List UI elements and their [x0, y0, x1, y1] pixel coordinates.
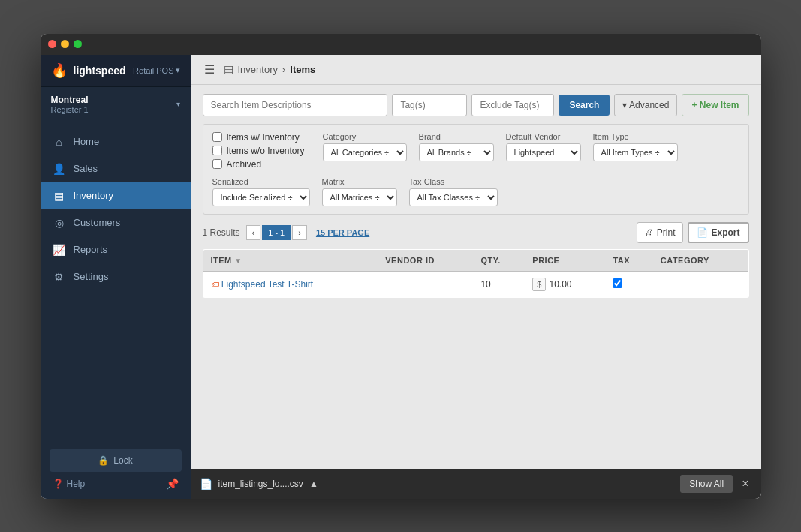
- help-link[interactable]: ❓ Help: [53, 479, 86, 489]
- tax-class-label: Tax Class: [409, 177, 498, 186]
- matrix-select[interactable]: All Matrices ÷: [322, 188, 397, 206]
- sidebar-item-settings[interactable]: ⚙ Settings: [41, 263, 191, 290]
- sidebar-item-reports-label: Reports: [74, 244, 108, 255]
- col-tax: TAX: [605, 249, 652, 271]
- bottom-bar-close-button[interactable]: ×: [739, 476, 751, 492]
- maximize-dot[interactable]: [74, 40, 82, 48]
- item-type-select[interactable]: All Item Types ÷: [593, 143, 678, 161]
- sidebar-item-inventory[interactable]: ▤ Inventory: [41, 182, 191, 209]
- hamburger-icon[interactable]: ☰: [201, 61, 218, 78]
- filters-bottom: Serialized Include Serialized ÷ Matrix A…: [212, 177, 739, 206]
- item-name-cell: 🏷 Lightspeed Test T-Shirt: [203, 271, 378, 297]
- default-vendor-filter: Default Vendor Lightspeed: [506, 132, 581, 170]
- sidebar-item-sales[interactable]: 👤 Sales: [41, 155, 191, 182]
- new-item-button[interactable]: + New Item: [682, 94, 748, 116]
- close-dot[interactable]: [48, 40, 56, 48]
- sidebar-item-settings-label: Settings: [74, 271, 109, 282]
- exclude-tag-input[interactable]: [471, 94, 554, 116]
- sidebar-item-home-label: Home: [74, 136, 100, 147]
- window-chrome: [41, 34, 761, 55]
- pin-icon[interactable]: 📌: [166, 478, 179, 490]
- col-vendor-id: VENDOR ID: [378, 249, 473, 271]
- help-icon: ❓: [53, 479, 64, 489]
- item-name-link[interactable]: Lightspeed Test T-Shirt: [221, 279, 313, 290]
- advanced-button[interactable]: ▾ Advanced: [614, 94, 677, 116]
- filters-top: Items w/ Inventory Items w/o Inventory A…: [212, 132, 739, 170]
- pagination-next[interactable]: ›: [292, 225, 307, 240]
- customers-icon: ◎: [53, 217, 66, 229]
- serialized-label: Serialized: [212, 177, 310, 186]
- breadcrumb-inventory: Inventory: [238, 64, 278, 75]
- col-price: PRICE: [525, 249, 605, 271]
- default-vendor-label: Default Vendor: [506, 132, 581, 141]
- sidebar-item-home[interactable]: ⌂ Home: [41, 128, 191, 155]
- minimize-dot[interactable]: [61, 40, 69, 48]
- sidebar-header: 🔥 lightspeed Retail POS ▾: [41, 55, 191, 87]
- sidebar-item-inventory-label: Inventory: [74, 190, 113, 201]
- sidebar-item-reports[interactable]: 📈 Reports: [41, 236, 191, 263]
- table-header-row: ITEM ▼ VENDOR ID QTY. PRICE TAX CATEGORY: [203, 249, 748, 271]
- breadcrumb-items: Items: [290, 64, 315, 75]
- retail-pos-dropdown[interactable]: Retail POS ▾: [133, 65, 179, 75]
- content-area: Search ▾ Advanced + New Item Items w/ In…: [191, 85, 761, 469]
- breadcrumb-inventory-icon: ▤: [224, 63, 233, 75]
- lightspeed-icon: 🔥: [51, 62, 68, 79]
- reports-icon: 📈: [53, 244, 66, 256]
- sort-arrow-icon: ▼: [234, 257, 242, 265]
- lock-button[interactable]: 🔒 Lock: [50, 449, 182, 472]
- filter-dropdowns: Category All Categories ÷ Brand All Bran…: [323, 132, 739, 170]
- lock-icon: 🔒: [98, 455, 109, 466]
- show-all-button[interactable]: Show All: [680, 475, 733, 493]
- search-input[interactable]: [203, 94, 388, 116]
- export-button[interactable]: 📄 Export: [688, 222, 748, 243]
- store-chevron-icon: ▾: [176, 100, 180, 108]
- pagination-prev[interactable]: ‹: [246, 225, 261, 240]
- per-page-selector[interactable]: 15 PER PAGE: [316, 228, 369, 237]
- qty-cell: 10: [473, 271, 525, 297]
- sidebar: 🔥 lightspeed Retail POS ▾ Montreal Regis…: [41, 55, 191, 499]
- checkbox-group: Items w/ Inventory Items w/o Inventory A…: [212, 132, 305, 170]
- main-content: ☰ ▤ Inventory › Items Search ▾ Advanced …: [191, 55, 761, 499]
- items-with-inventory-checkbox[interactable]: Items w/ Inventory: [212, 132, 305, 143]
- tax-checkbox[interactable]: [613, 278, 622, 288]
- archived-checkbox[interactable]: Archived: [212, 159, 305, 170]
- category-select[interactable]: All Categories ÷: [323, 143, 407, 161]
- breadcrumb-separator: ›: [282, 64, 285, 75]
- print-icon: 🖨: [645, 227, 654, 238]
- default-vendor-select[interactable]: Lightspeed: [506, 143, 581, 161]
- serialized-filter: Serialized Include Serialized ÷: [212, 177, 310, 206]
- brand-label: Brand: [419, 132, 494, 141]
- items-without-inventory-checkbox[interactable]: Items w/o Inventory: [212, 146, 305, 156]
- bottom-bar: 📄 item_listings_lo....csv ▲ Show All ×: [191, 469, 761, 499]
- price-value: 10.00: [549, 279, 571, 290]
- chevron-up-icon[interactable]: ▲: [309, 479, 318, 489]
- sidebar-item-sales-label: Sales: [74, 163, 98, 174]
- category-label: Category: [323, 132, 407, 141]
- register-name: Register 1: [51, 105, 89, 114]
- item-tag-icon: 🏷: [211, 280, 219, 289]
- serialized-select[interactable]: Include Serialized ÷: [212, 188, 310, 206]
- app-window: 🔥 lightspeed Retail POS ▾ Montreal Regis…: [41, 34, 761, 499]
- tax-cell: [605, 271, 652, 297]
- brand-filter: Brand All Brands ÷: [419, 132, 494, 170]
- price-cell: $ 10.00: [525, 271, 605, 297]
- col-item: ITEM ▼: [203, 249, 378, 271]
- pagination-current[interactable]: 1 - 1: [262, 225, 291, 240]
- category-filter: Category All Categories ÷: [323, 132, 407, 170]
- logo-text: lightspeed: [74, 65, 126, 77]
- matrix-label: Matrix: [322, 177, 397, 186]
- col-qty: QTY.: [473, 249, 525, 271]
- sidebar-item-customers[interactable]: ◎ Customers: [41, 209, 191, 236]
- home-icon: ⌂: [53, 136, 66, 148]
- matrix-filter: Matrix All Matrices ÷: [322, 177, 397, 206]
- results-bar: 1 Results ‹ 1 - 1 › 15 PER PAGE 🖨 Print: [203, 222, 749, 243]
- search-button[interactable]: Search: [559, 95, 610, 116]
- file-name: item_listings_lo....csv: [218, 479, 303, 489]
- tax-class-select[interactable]: All Tax Classes ÷: [409, 188, 498, 206]
- brand-select[interactable]: All Brands ÷: [419, 143, 494, 161]
- results-actions: 🖨 Print 📄 Export: [637, 222, 749, 243]
- store-info[interactable]: Montreal Register 1 ▾: [41, 87, 191, 122]
- tag-input[interactable]: [392, 94, 467, 116]
- items-table: ITEM ▼ VENDOR ID QTY. PRICE TAX CATEGORY: [203, 249, 749, 298]
- print-button[interactable]: 🖨 Print: [637, 222, 684, 243]
